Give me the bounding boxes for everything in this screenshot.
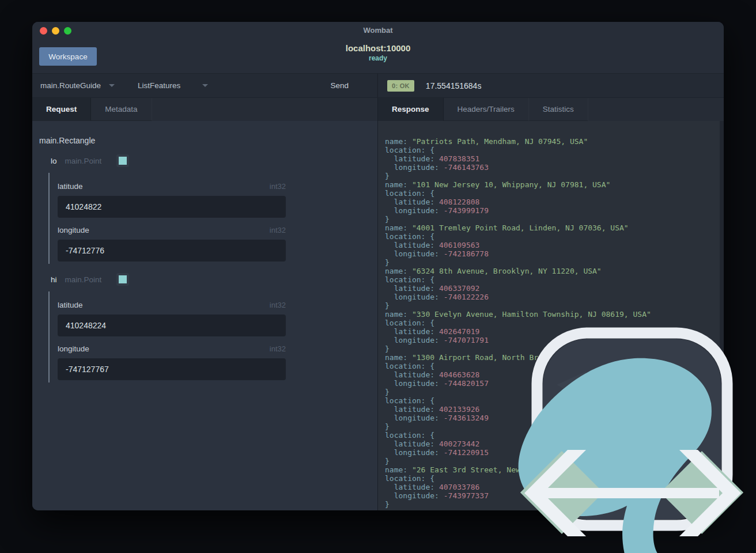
response-line: longitude: -742186778 <box>385 249 724 258</box>
response-line: location: { <box>385 275 724 284</box>
response-line: } <box>385 457 724 465</box>
service-select-label: main.RouteGuide <box>40 81 101 90</box>
toolbar: main.RouteGuide ListFeatures Send 0: OK … <box>32 74 724 98</box>
field-group-lo: lomain.Pointlatitudeint32longitudeint32 <box>51 154 377 264</box>
group-type: main.Point <box>65 157 102 165</box>
tab-bars: RequestMetadata ResponseHeaders/Trailers… <box>32 98 724 121</box>
chevron-down-icon <box>109 84 115 87</box>
response-line: location: { <box>385 189 724 198</box>
response-output[interactable]: name: "Patriots Path, Mendham, NJ 07945,… <box>378 121 724 509</box>
response-line: location: { <box>385 362 724 370</box>
field-type: int32 <box>270 344 286 353</box>
tab-response[interactable]: Response <box>378 98 444 121</box>
hi-longitude-input[interactable] <box>58 358 286 380</box>
response-panel: name: "Patriots Path, Mendham, NJ 07945,… <box>378 121 724 510</box>
response-line: location: { <box>385 319 724 327</box>
chevron-down-icon <box>202 84 208 87</box>
group-type: main.Point <box>65 275 102 284</box>
server-address: localhost:10000 <box>32 43 724 53</box>
response-line: } <box>385 500 724 509</box>
response-line: location: { <box>385 232 724 241</box>
response-line: } <box>385 301 724 310</box>
response-line: location: { <box>385 431 724 440</box>
response-line: name: "6324 8th Avenue, Brooklyn, NY 112… <box>385 267 724 275</box>
lo-latitude-input[interactable] <box>58 196 286 218</box>
response-tabbar: ResponseHeaders/TrailersStatistics <box>378 98 724 121</box>
field-type: int32 <box>270 182 286 191</box>
field-type: int32 <box>270 226 286 234</box>
response-line: longitude: -740122226 <box>385 293 724 301</box>
field-label: longitude <box>58 344 89 353</box>
response-line: } <box>385 344 724 353</box>
message-type-label: main.Rectangle <box>39 136 377 145</box>
field-label: latitude <box>58 182 83 191</box>
request-panel: main.Rectangle lomain.Pointlatitudeint32… <box>32 121 378 510</box>
response-line: longitude: -746143763 <box>385 163 724 172</box>
response-line: location: { <box>385 396 724 405</box>
titlebar: Wombat <box>32 22 724 39</box>
response-line: longitude: -747071791 <box>385 336 724 344</box>
response-line: location: { <box>385 146 724 154</box>
response-line: name: "26 East 3rd Street, New Pr <box>385 465 724 474</box>
response-line: name: "1300 Airport Road, North Br <box>385 353 724 362</box>
send-button[interactable]: Send <box>330 81 349 90</box>
minimize-button[interactable] <box>52 27 59 35</box>
response-line: location: { <box>385 474 724 483</box>
group-name: hi <box>51 275 57 284</box>
zoom-button[interactable] <box>64 27 71 35</box>
response-line: longitude: -743999179 <box>385 206 724 215</box>
hi-latitude-input[interactable] <box>58 315 286 336</box>
close-button[interactable] <box>40 27 47 35</box>
tab-headers-trailers[interactable]: Headers/Trailers <box>444 98 529 121</box>
response-line: longitude: -741220915 <box>385 448 724 457</box>
response-line: } <box>385 258 724 267</box>
tab-statistics[interactable]: Statistics <box>529 98 588 121</box>
response-line: name: "4001 Tremley Point Road, Linden, … <box>385 224 724 232</box>
field-label: longitude <box>58 226 89 234</box>
response-line: latitude: 407033786 <box>385 483 724 491</box>
response-line: } <box>385 388 724 396</box>
response-line: longitude: -744820157 <box>385 379 724 388</box>
tab-metadata[interactable]: Metadata <box>91 98 152 121</box>
request-tabbar: RequestMetadata <box>32 98 378 121</box>
field-type: int32 <box>270 301 286 309</box>
method-select[interactable]: ListFeatures <box>138 81 208 90</box>
window-title: Wombat <box>32 22 724 39</box>
response-line: latitude: 400273442 <box>385 440 724 448</box>
response-line: name: "330 Evelyn Avenue, Hamilton Towns… <box>385 310 724 319</box>
response-line: latitude: 402647019 <box>385 327 724 336</box>
group-name: lo <box>51 157 57 165</box>
method-select-label: ListFeatures <box>138 81 180 90</box>
field-label: latitude <box>58 301 83 309</box>
response-line: latitude: 408122808 <box>385 198 724 206</box>
service-select[interactable]: main.RouteGuide <box>40 81 115 90</box>
response-line: name: "Patriots Path, Mendham, NJ 07945,… <box>385 137 724 146</box>
response-line: longitude: -743613249 <box>385 414 724 422</box>
checkbox-fill <box>119 157 127 165</box>
response-line: latitude: 406109563 <box>385 241 724 249</box>
response-line: latitude: 402133926 <box>385 405 724 414</box>
response-line: latitude: 406337092 <box>385 284 724 293</box>
response-line: } <box>385 172 724 180</box>
server-status: ready <box>32 54 724 62</box>
wombat-window: Wombat Workspace localhost:10000 ready m… <box>32 22 724 510</box>
response-line: } <box>385 215 724 224</box>
checkbox-fill <box>119 275 127 283</box>
response-line: longitude: -743977337 <box>385 491 724 500</box>
response-line: latitude: 404663628 <box>385 370 724 379</box>
response-line: } <box>385 422 724 431</box>
hi-enabled-checkbox[interactable] <box>116 273 129 286</box>
field-group-hi: himain.Pointlatitudeint32longitudeint32 <box>51 273 377 382</box>
lo-enabled-checkbox[interactable] <box>116 154 129 167</box>
lo-longitude-input[interactable] <box>58 240 286 262</box>
duration-text: 17.554151684s <box>426 81 482 90</box>
scrollbar[interactable] <box>720 121 724 510</box>
tab-request[interactable]: Request <box>32 98 91 121</box>
status-badge: 0: OK <box>387 80 414 92</box>
response-line: name: "101 New Jersey 10, Whippany, NJ 0… <box>385 180 724 189</box>
header: Workspace localhost:10000 ready <box>32 39 724 74</box>
response-line: latitude: 407838351 <box>385 154 724 163</box>
